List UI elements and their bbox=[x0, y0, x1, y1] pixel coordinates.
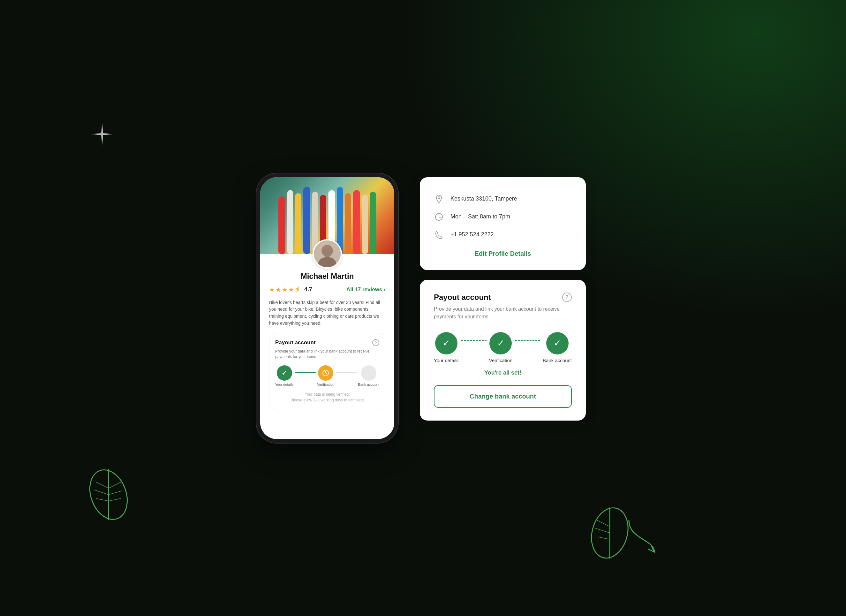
rating-number: 4.7 bbox=[304, 286, 312, 293]
big-step-1-circle: ✓ bbox=[435, 332, 457, 354]
payout-big-title: Payout account bbox=[434, 293, 491, 302]
phone-number-text: +1 952 524 2222 bbox=[451, 231, 494, 238]
svg-line-11 bbox=[595, 528, 610, 533]
big-steps-row: ✓ Your details ✓ Verification ✓ Bank acc… bbox=[434, 332, 572, 363]
edit-profile-button[interactable]: Edit Profile Details bbox=[434, 250, 572, 257]
big-step-1-label: Your details bbox=[434, 358, 459, 363]
svg-point-16 bbox=[323, 248, 332, 257]
payout-big-card: Payout account ? Provide your data and l… bbox=[420, 280, 586, 420]
phone-steps-row: ✓ Your details bbox=[275, 365, 379, 387]
svg-line-23 bbox=[439, 217, 441, 218]
bio-text: Bike lover's hearts skip a beat for over… bbox=[269, 299, 385, 327]
phone-step-2: Verification bbox=[317, 365, 334, 387]
big-step-1: ✓ Your details bbox=[434, 332, 459, 363]
chevron-right-icon: › bbox=[383, 287, 385, 293]
sparkle-decoration bbox=[90, 121, 115, 147]
change-bank-button[interactable]: Change bank account bbox=[434, 385, 572, 408]
all-reviews-link[interactable]: All 17 reviews › bbox=[347, 287, 385, 293]
right-panel: Keskusta 33100, Tampere Mon – Sat: 8am t… bbox=[420, 177, 586, 420]
phone-row: +1 952 524 2222 bbox=[434, 226, 572, 244]
big-step-3: ✓ Bank account bbox=[543, 332, 572, 363]
big-step-2-label: Verification bbox=[489, 358, 513, 363]
clock-icon bbox=[434, 212, 444, 222]
phone-connector-2 bbox=[335, 372, 357, 373]
phone-mockup: Michael Martin ★ ★ ★ ★ ⯨ 4.7 All 17 revi… bbox=[260, 177, 394, 439]
phone-connector-1 bbox=[295, 372, 316, 373]
svg-line-3 bbox=[94, 490, 109, 495]
svg-line-19 bbox=[326, 373, 327, 374]
phone-step-1-circle: ✓ bbox=[277, 365, 292, 381]
phone-step-2-label: Verification bbox=[317, 382, 334, 387]
profile-name: Michael Martin bbox=[269, 272, 385, 281]
location-icon bbox=[434, 194, 444, 204]
svg-line-7 bbox=[109, 498, 121, 501]
big-connector-1 bbox=[461, 340, 486, 341]
big-step-3-label: Bank account bbox=[543, 358, 572, 363]
phone-step-2-circle bbox=[318, 365, 333, 381]
star-3: ★ bbox=[282, 286, 288, 294]
leaf-left-decoration bbox=[83, 463, 134, 526]
star-4: ★ bbox=[288, 286, 294, 294]
svg-point-8 bbox=[586, 504, 633, 562]
phone-step-3-label: Bank account bbox=[358, 382, 379, 387]
phone-step-1: ✓ Your details bbox=[275, 365, 294, 387]
star-rating: ★ ★ ★ ★ ⯨ bbox=[269, 286, 301, 294]
hours-text: Mon – Sat: 8am to 7pm bbox=[451, 213, 510, 220]
phone-payout-desc: Provide your data and link your bank acc… bbox=[275, 349, 379, 360]
phone-status-line1: Your data is being verified. bbox=[275, 391, 379, 397]
phone-step-3-circle bbox=[361, 365, 376, 381]
svg-line-10 bbox=[597, 520, 610, 526]
phone-payout-title: Payout account bbox=[275, 340, 316, 346]
all-reviews-label: All 17 reviews bbox=[347, 287, 382, 293]
svg-line-12 bbox=[598, 537, 610, 540]
svg-point-0 bbox=[83, 465, 134, 525]
address-text: Keskusta 33100, Tampere bbox=[451, 196, 517, 202]
info-card: Keskusta 33100, Tampere Mon – Sat: 8am t… bbox=[420, 177, 586, 270]
svg-line-5 bbox=[109, 482, 121, 488]
svg-line-4 bbox=[96, 498, 109, 501]
payout-big-desc: Provide your data and link your bank acc… bbox=[434, 305, 572, 320]
star-1: ★ bbox=[269, 286, 275, 294]
phone-step-1-label: Your details bbox=[275, 382, 294, 387]
address-row: Keskusta 33100, Tampere bbox=[434, 190, 572, 208]
big-connector-2 bbox=[515, 340, 540, 341]
svg-point-20 bbox=[438, 197, 440, 198]
arrow-decoration bbox=[623, 514, 661, 559]
phone-verification-status: Your data is being verified. Please allo… bbox=[275, 391, 379, 403]
big-step-2: ✓ Verification bbox=[489, 332, 513, 363]
phone-step-3: Bank account bbox=[358, 365, 379, 387]
big-step-2-circle: ✓ bbox=[489, 332, 512, 354]
payout-big-help-icon[interactable]: ? bbox=[562, 293, 572, 302]
phone-status-line2: Please allow 2–3 working days to complet… bbox=[275, 397, 379, 403]
leaf-right-decoration bbox=[584, 501, 635, 565]
svg-line-2 bbox=[96, 482, 109, 488]
big-step-3-circle: ✓ bbox=[546, 332, 568, 354]
phone-payout-help-icon[interactable]: ? bbox=[372, 339, 379, 346]
star-5: ⯨ bbox=[295, 286, 301, 294]
reviews-row: ★ ★ ★ ★ ⯨ 4.7 All 17 reviews › bbox=[269, 286, 385, 294]
hours-row: Mon – Sat: 8am to 7pm bbox=[434, 208, 572, 226]
star-2: ★ bbox=[276, 286, 281, 294]
all-set-text: You're all set! bbox=[434, 369, 572, 376]
phone-icon bbox=[434, 229, 444, 240]
phone-payout-card: Payout account ? Provide your data and l… bbox=[269, 333, 385, 409]
svg-line-6 bbox=[109, 491, 122, 495]
avatar bbox=[313, 239, 342, 269]
